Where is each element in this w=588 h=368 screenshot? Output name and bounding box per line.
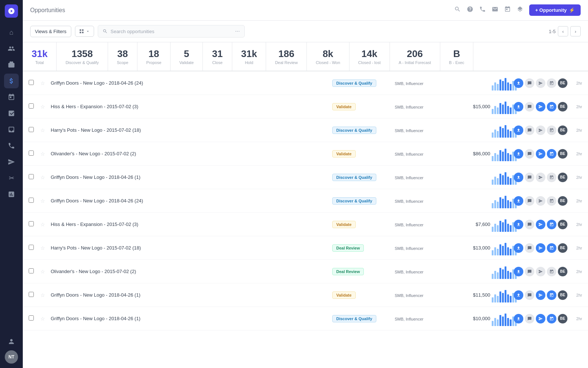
star-icon-2[interactable]: ☆	[40, 127, 45, 133]
action-avatar-1[interactable]: BE	[558, 102, 567, 112]
action-icon-upload-3[interactable]	[514, 149, 523, 159]
row-stage-4[interactable]: Discover & Qualify	[332, 174, 395, 181]
star-icon-1[interactable]: ☆	[40, 104, 45, 110]
action-icon-calendar-6[interactable]	[547, 220, 556, 229]
row-checkbox-1[interactable]	[29, 103, 40, 110]
row-star-9[interactable]: ☆	[40, 292, 51, 298]
row-star-5[interactable]: ☆	[40, 198, 51, 204]
action-icon-calendar-1[interactable]	[547, 102, 556, 112]
action-icon-send-10[interactable]	[536, 314, 545, 323]
action-icon-send-9[interactable]	[536, 290, 545, 300]
checkbox-6[interactable]	[29, 221, 34, 226]
summary-item-8[interactable]: 8kClosed - Won	[307, 42, 349, 71]
prev-page-button[interactable]: ‹	[558, 26, 568, 36]
summary-item-10[interactable]: 206A - Initial Forecast	[390, 42, 440, 71]
row-checkbox-3[interactable]	[29, 151, 40, 157]
row-stage-6[interactable]: Validate	[332, 221, 395, 228]
action-icon-calendar-8[interactable]	[547, 267, 556, 276]
checkbox-3[interactable]	[29, 151, 34, 156]
add-opportunity-button[interactable]: + Opportunity ⚡	[529, 4, 581, 16]
action-icon-send-2[interactable]	[536, 125, 545, 135]
row-star-2[interactable]: ☆	[40, 127, 51, 134]
action-icon-note-0[interactable]	[525, 78, 534, 88]
summary-item-6[interactable]: 31kHold	[232, 42, 266, 71]
action-avatar-10[interactable]: BE	[558, 314, 567, 323]
summary-item-0[interactable]: 31kTotal	[23, 42, 57, 71]
row-stage-0[interactable]: Discover & Qualify	[332, 79, 395, 87]
sidebar-item-scissors[interactable]: ✂	[4, 171, 19, 185]
search-more-icon[interactable]: ···	[235, 28, 240, 35]
summary-item-4[interactable]: 5Validate	[171, 42, 203, 71]
sidebar-item-home[interactable]: ⌂	[4, 25, 19, 40]
action-icon-calendar-7[interactable]	[547, 243, 556, 253]
summary-item-5[interactable]: 31Close	[203, 42, 232, 71]
user-avatar[interactable]: NT	[5, 350, 18, 364]
action-icon-upload-8[interactable]	[514, 267, 523, 276]
action-icon-calendar-3[interactable]	[547, 149, 556, 159]
stage-badge-5[interactable]: Discover & Qualify	[332, 197, 376, 205]
row-name-4[interactable]: Griffyn Doors - New Logo - 2018-04-26 (1…	[51, 174, 332, 180]
row-star-3[interactable]: ☆	[40, 151, 51, 157]
sidebar-item-person[interactable]	[4, 334, 19, 349]
row-stage-2[interactable]: Discover & Qualify	[332, 127, 395, 134]
layers-icon[interactable]	[517, 6, 523, 14]
action-icon-calendar-4[interactable]	[547, 173, 556, 182]
action-avatar-6[interactable]: BE	[558, 220, 567, 229]
action-icon-note-6[interactable]	[525, 220, 534, 229]
action-avatar-3[interactable]: BE	[558, 149, 567, 159]
star-icon-10[interactable]: ☆	[40, 316, 45, 322]
row-checkbox-0[interactable]	[29, 80, 40, 86]
star-icon-4[interactable]: ☆	[40, 174, 45, 180]
star-icon-9[interactable]: ☆	[40, 292, 45, 298]
search-bar[interactable]: Search opportunities ···	[98, 25, 245, 38]
row-star-0[interactable]: ☆	[40, 80, 51, 86]
summary-item-2[interactable]: 38Scope	[108, 42, 137, 71]
row-star-7[interactable]: ☆	[40, 245, 51, 251]
row-checkbox-10[interactable]	[29, 315, 40, 322]
action-icon-send-1[interactable]	[536, 102, 545, 112]
app-logo[interactable]	[5, 4, 18, 18]
action-icon-calendar-0[interactable]	[547, 78, 556, 88]
row-stage-10[interactable]: Discover & Qualify	[332, 315, 395, 322]
row-name-5[interactable]: Griffyn Doors - New Logo - 2018-04-26 (2…	[51, 198, 332, 204]
stage-badge-8[interactable]: Deal Review	[332, 268, 364, 275]
action-icon-upload-1[interactable]	[514, 102, 523, 112]
row-star-6[interactable]: ☆	[40, 221, 51, 228]
checkbox-9[interactable]	[29, 292, 34, 297]
row-checkbox-5[interactable]	[29, 198, 40, 204]
row-name-6[interactable]: Hiss & Hers - Expansion - 2015-07-02 (3)	[51, 222, 332, 227]
search-icon[interactable]	[454, 6, 461, 14]
action-icon-note-8[interactable]	[525, 267, 534, 276]
action-avatar-4[interactable]: BE	[558, 173, 567, 182]
summary-item-3[interactable]: 18Propose	[137, 42, 171, 71]
row-name-0[interactable]: Griffyn Doors - New Logo - 2018-04-26 (2…	[51, 80, 332, 86]
action-icon-send-0[interactable]	[536, 78, 545, 88]
star-icon-8[interactable]: ☆	[40, 269, 45, 275]
summary-item-9[interactable]: 14kClosed - lost	[349, 42, 390, 71]
action-icon-send-8[interactable]	[536, 267, 545, 276]
action-icon-note-5[interactable]	[525, 196, 534, 206]
star-icon-7[interactable]: ☆	[40, 245, 45, 251]
row-checkbox-7[interactable]	[29, 245, 40, 251]
row-name-10[interactable]: Griffyn Doors - New Logo - 2018-04-26 (1…	[51, 316, 332, 321]
star-icon-3[interactable]: ☆	[40, 151, 45, 157]
action-avatar-9[interactable]: BE	[558, 290, 567, 300]
action-avatar-8[interactable]: BE	[558, 267, 567, 276]
summary-item-1[interactable]: 1358Discover & Qualify	[57, 42, 108, 71]
row-star-8[interactable]: ☆	[40, 268, 51, 275]
action-icon-send-7[interactable]	[536, 243, 545, 253]
checkbox-4[interactable]	[29, 174, 34, 179]
row-checkbox-4[interactable]	[29, 174, 40, 181]
stage-badge-7[interactable]: Deal Review	[332, 244, 364, 252]
row-name-8[interactable]: Olivander's - New Logo - 2015-07-02 (2)	[51, 269, 332, 274]
action-icon-upload-6[interactable]	[514, 220, 523, 229]
action-icon-upload-10[interactable]	[514, 314, 523, 323]
row-star-10[interactable]: ☆	[40, 315, 51, 322]
sidebar-item-deals[interactable]	[4, 57, 19, 72]
checkbox-5[interactable]	[29, 198, 34, 203]
action-avatar-2[interactable]: BE	[558, 125, 567, 135]
sidebar-item-calendar[interactable]	[4, 90, 19, 105]
row-name-1[interactable]: Hiss & Hers - Expansion - 2015-07-02 (3)	[51, 104, 332, 109]
row-star-1[interactable]: ☆	[40, 103, 51, 110]
sidebar-item-reports[interactable]	[4, 187, 19, 202]
